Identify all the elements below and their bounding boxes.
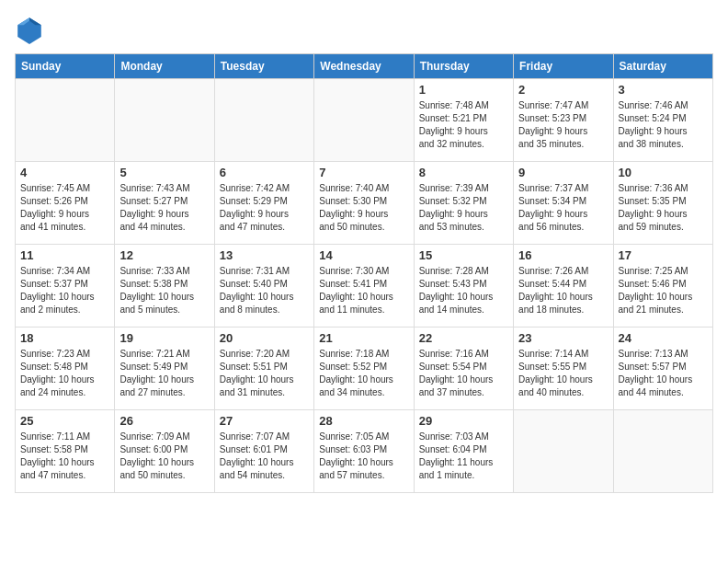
weekday-header-saturday: Saturday	[613, 54, 712, 79]
day-number: 21	[319, 331, 408, 345]
calendar-cell: 20Sunrise: 7:20 AM Sunset: 5:51 PM Dayli…	[214, 327, 313, 410]
day-number: 1	[419, 83, 508, 97]
calendar-cell: 9Sunrise: 7:37 AM Sunset: 5:34 PM Daylig…	[514, 162, 613, 245]
day-number: 10	[619, 166, 708, 179]
calendar-cell: 14Sunrise: 7:30 AM Sunset: 5:41 PM Dayli…	[314, 245, 414, 327]
page-header	[15, 15, 713, 44]
calendar-cell: 2Sunrise: 7:47 AM Sunset: 5:23 PM Daylig…	[514, 79, 613, 162]
calendar-cell: 10Sunrise: 7:36 AM Sunset: 5:35 PM Dayli…	[613, 162, 712, 245]
weekday-header-monday: Monday	[115, 54, 214, 79]
calendar-cell: 11Sunrise: 7:34 AM Sunset: 5:37 PM Dayli…	[16, 245, 115, 327]
calendar-cell: 4Sunrise: 7:45 AM Sunset: 5:26 PM Daylig…	[16, 162, 115, 245]
day-number: 20	[220, 331, 309, 345]
calendar-cell: 27Sunrise: 7:07 AM Sunset: 6:01 PM Dayli…	[214, 410, 313, 493]
calendar-cell: 1Sunrise: 7:48 AM Sunset: 5:21 PM Daylig…	[414, 79, 513, 162]
day-number: 17	[619, 248, 708, 262]
day-number: 5	[119, 166, 209, 179]
weekday-header-friday: Friday	[514, 54, 613, 79]
day-info: Sunrise: 7:39 AM Sunset: 5:32 PM Dayligh…	[419, 182, 508, 234]
day-info: Sunrise: 7:31 AM Sunset: 5:40 PM Dayligh…	[220, 265, 309, 316]
day-info: Sunrise: 7:34 AM Sunset: 5:37 PM Dayligh…	[20, 265, 109, 316]
day-info: Sunrise: 7:21 AM Sunset: 5:49 PM Dayligh…	[119, 348, 209, 399]
day-number: 12	[119, 248, 209, 262]
calendar-cell: 19Sunrise: 7:21 AM Sunset: 5:49 PM Dayli…	[115, 327, 214, 410]
day-info: Sunrise: 7:43 AM Sunset: 5:27 PM Dayligh…	[119, 182, 209, 234]
calendar-cell: 17Sunrise: 7:25 AM Sunset: 5:46 PM Dayli…	[613, 245, 712, 327]
calendar-cell: 29Sunrise: 7:03 AM Sunset: 6:04 PM Dayli…	[414, 410, 513, 493]
day-number: 22	[419, 331, 508, 345]
day-number: 2	[518, 83, 608, 97]
calendar-cell: 26Sunrise: 7:09 AM Sunset: 6:00 PM Dayli…	[115, 410, 214, 493]
calendar-cell	[314, 79, 414, 162]
day-number: 6	[220, 166, 309, 179]
calendar-cell	[613, 410, 712, 493]
calendar-cell	[16, 79, 115, 162]
logo	[15, 15, 50, 44]
day-info: Sunrise: 7:14 AM Sunset: 5:55 PM Dayligh…	[518, 348, 608, 399]
day-info: Sunrise: 7:40 AM Sunset: 5:30 PM Dayligh…	[319, 182, 408, 234]
calendar-cell: 28Sunrise: 7:05 AM Sunset: 6:03 PM Dayli…	[314, 410, 414, 493]
day-number: 27	[220, 414, 309, 428]
day-info: Sunrise: 7:26 AM Sunset: 5:44 PM Dayligh…	[518, 265, 608, 316]
calendar-cell: 15Sunrise: 7:28 AM Sunset: 5:43 PM Dayli…	[414, 245, 513, 327]
day-info: Sunrise: 7:37 AM Sunset: 5:34 PM Dayligh…	[518, 182, 608, 234]
calendar-cell: 22Sunrise: 7:16 AM Sunset: 5:54 PM Dayli…	[414, 327, 513, 410]
calendar-week-1: 1Sunrise: 7:48 AM Sunset: 5:21 PM Daylig…	[16, 79, 713, 162]
svg-marker-0	[17, 17, 41, 44]
calendar-week-3: 11Sunrise: 7:34 AM Sunset: 5:37 PM Dayli…	[16, 245, 713, 327]
day-info: Sunrise: 7:28 AM Sunset: 5:43 PM Dayligh…	[419, 265, 508, 316]
weekday-header-sunday: Sunday	[16, 54, 115, 79]
day-info: Sunrise: 7:23 AM Sunset: 5:48 PM Dayligh…	[20, 348, 109, 399]
day-number: 18	[20, 331, 109, 345]
day-info: Sunrise: 7:47 AM Sunset: 5:23 PM Dayligh…	[518, 99, 608, 151]
day-number: 24	[619, 331, 708, 345]
calendar-cell: 21Sunrise: 7:18 AM Sunset: 5:52 PM Dayli…	[314, 327, 414, 410]
calendar-cell: 23Sunrise: 7:14 AM Sunset: 5:55 PM Dayli…	[514, 327, 613, 410]
calendar-cell: 6Sunrise: 7:42 AM Sunset: 5:29 PM Daylig…	[214, 162, 313, 245]
day-number: 25	[20, 414, 109, 428]
day-info: Sunrise: 7:05 AM Sunset: 6:03 PM Dayligh…	[319, 431, 408, 482]
calendar-cell: 12Sunrise: 7:33 AM Sunset: 5:38 PM Dayli…	[115, 245, 214, 327]
day-info: Sunrise: 7:48 AM Sunset: 5:21 PM Dayligh…	[419, 99, 508, 151]
calendar-cell: 3Sunrise: 7:46 AM Sunset: 5:24 PM Daylig…	[613, 79, 712, 162]
day-number: 13	[220, 248, 309, 262]
calendar-cell	[514, 410, 613, 493]
weekday-header-wednesday: Wednesday	[314, 54, 414, 79]
calendar-cell: 13Sunrise: 7:31 AM Sunset: 5:40 PM Dayli…	[214, 245, 313, 327]
day-info: Sunrise: 7:07 AM Sunset: 6:01 PM Dayligh…	[220, 431, 309, 482]
day-number: 23	[518, 331, 608, 345]
calendar-week-5: 25Sunrise: 7:11 AM Sunset: 5:58 PM Dayli…	[16, 410, 713, 493]
day-number: 16	[518, 248, 608, 262]
calendar-cell: 7Sunrise: 7:40 AM Sunset: 5:30 PM Daylig…	[314, 162, 414, 245]
day-number: 11	[20, 248, 109, 262]
day-number: 8	[419, 166, 508, 179]
day-info: Sunrise: 7:16 AM Sunset: 5:54 PM Dayligh…	[419, 348, 508, 399]
calendar-cell	[214, 79, 313, 162]
calendar-week-4: 18Sunrise: 7:23 AM Sunset: 5:48 PM Dayli…	[16, 327, 713, 410]
day-number: 4	[20, 166, 109, 179]
day-number: 7	[319, 166, 408, 179]
calendar-cell: 25Sunrise: 7:11 AM Sunset: 5:58 PM Dayli…	[16, 410, 115, 493]
day-info: Sunrise: 7:09 AM Sunset: 6:00 PM Dayligh…	[119, 431, 209, 482]
day-info: Sunrise: 7:42 AM Sunset: 5:29 PM Dayligh…	[220, 182, 309, 234]
day-info: Sunrise: 7:46 AM Sunset: 5:24 PM Dayligh…	[619, 99, 708, 151]
calendar-body: 1Sunrise: 7:48 AM Sunset: 5:21 PM Daylig…	[16, 79, 713, 493]
calendar-week-2: 4Sunrise: 7:45 AM Sunset: 5:26 PM Daylig…	[16, 162, 713, 245]
day-number: 15	[419, 248, 508, 262]
day-info: Sunrise: 7:45 AM Sunset: 5:26 PM Dayligh…	[20, 182, 109, 234]
day-number: 28	[319, 414, 408, 428]
day-number: 3	[619, 83, 708, 97]
day-info: Sunrise: 7:18 AM Sunset: 5:52 PM Dayligh…	[319, 348, 408, 399]
day-number: 14	[319, 248, 408, 262]
day-number: 29	[419, 414, 508, 428]
weekday-header-thursday: Thursday	[414, 54, 513, 79]
day-number: 19	[119, 331, 209, 345]
day-info: Sunrise: 7:25 AM Sunset: 5:46 PM Dayligh…	[619, 265, 708, 316]
weekday-header-tuesday: Tuesday	[214, 54, 313, 79]
calendar-cell: 16Sunrise: 7:26 AM Sunset: 5:44 PM Dayli…	[514, 245, 613, 327]
calendar-cell: 18Sunrise: 7:23 AM Sunset: 5:48 PM Dayli…	[16, 327, 115, 410]
calendar-cell: 5Sunrise: 7:43 AM Sunset: 5:27 PM Daylig…	[115, 162, 214, 245]
day-info: Sunrise: 7:03 AM Sunset: 6:04 PM Dayligh…	[419, 431, 508, 482]
day-info: Sunrise: 7:30 AM Sunset: 5:41 PM Dayligh…	[319, 265, 408, 316]
day-info: Sunrise: 7:11 AM Sunset: 5:58 PM Dayligh…	[20, 431, 109, 482]
